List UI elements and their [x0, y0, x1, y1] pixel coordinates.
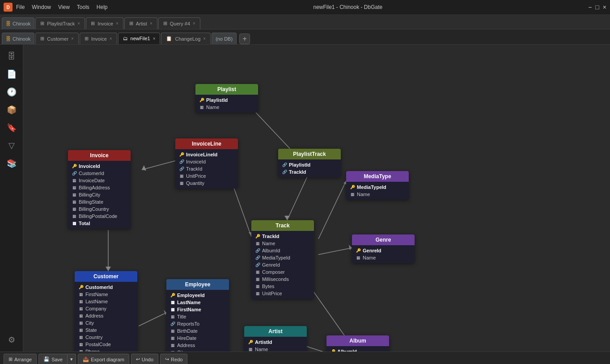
app-icon: D [4, 3, 13, 12]
table-genre-header: Genre [352, 234, 415, 245]
maximize-button[interactable]: □ [595, 4, 599, 11]
key-icon: 🔑 [255, 234, 260, 239]
table-genre[interactable]: Genre 🔑GenreId ▦Name [352, 234, 415, 263]
menu-file[interactable]: File [16, 4, 25, 10]
close-button[interactable]: × [603, 4, 606, 11]
tab-close[interactable]: × [150, 21, 152, 26]
table-row: 🔑AlbumId [326, 348, 389, 351]
field-icon: ▦ [78, 299, 84, 304]
tab-label: Customer [47, 36, 68, 42]
table-row: ▦City [75, 319, 137, 326]
sidebar-filter-icon[interactable]: ▽ [4, 138, 20, 154]
tab-close[interactable]: × [77, 21, 80, 26]
table-row: 🔗AlbumId [251, 247, 314, 254]
tab-playlisttrack[interactable]: ⊞ PlaylistTrack × [35, 17, 85, 29]
table-row: ▦InvoiceDate [68, 177, 131, 184]
table-playlist[interactable]: Playlist 🔑PlaylistId ▦Name [195, 84, 258, 113]
sidebar-settings-icon[interactable]: ⚙ [4, 332, 20, 348]
sidebar-file-icon[interactable]: 📄 [4, 66, 20, 82]
db-group-label-2: Chinook [13, 36, 30, 42]
tab-row-2: 🗄 Chinook ⊞ Customer × ⊞ Invoice × 🗂 new… [0, 29, 610, 45]
table-customer[interactable]: Customer 🔑CustomerId ▦FirstName ▦LastNam… [75, 271, 137, 351]
export-label: Export diagram [91, 357, 124, 362]
tab-close[interactable]: × [203, 36, 206, 41]
export-button[interactable]: 📤 Export diagram [78, 354, 129, 364]
sidebar: 🗄 📄 🕐 📦 🔖 ▽ 📚 ⚙ [0, 45, 23, 351]
redo-button[interactable]: ↪ Redo [160, 354, 187, 364]
sidebar-history-icon[interactable]: 🕐 [4, 84, 20, 100]
table-playlisttrack[interactable]: PlaylistTrack 🔗PlaylistId 🔗TrackId [278, 149, 341, 177]
table-album[interactable]: Album 🔑AlbumId ▦Title 🔗ArtistId [326, 335, 389, 351]
table-row: 🔗InvoiceId [175, 158, 238, 165]
table-invoiceline-header: InvoiceLine [175, 138, 238, 149]
add-tab-button[interactable]: + [239, 33, 250, 44]
arrange-button[interactable]: ⊞ Arrange [4, 354, 37, 364]
field-icon: ▦ [78, 320, 84, 326]
diagram-toolbar: ⊞ Arrange 💾 Save ▾ 📤 Export diagram ↩ Un… [0, 351, 610, 364]
table-track[interactable]: Track 🔑TrackId ▦Name 🔗AlbumId 🔗MediaType… [251, 220, 314, 299]
db-group-chinook-1: 🗄 Chinook [2, 17, 34, 29]
tab-invoice-2[interactable]: ⊞ Invoice × [80, 33, 117, 44]
menu-view[interactable]: View [58, 4, 70, 10]
table-row: ▦Company [75, 305, 137, 312]
table-invoice[interactable]: Invoice 🔑InvoiceId 🔗CustomerId ▦InvoiceD… [68, 150, 131, 229]
table-employee[interactable]: Employee 🔑EmployeeId ▦LastName ▦FirstNam… [166, 279, 229, 351]
sidebar-package-icon[interactable]: 📦 [4, 102, 20, 118]
link-icon: 🔗 [255, 262, 260, 268]
tab-label: PlaylistTrack [47, 21, 75, 26]
link-icon: 🔗 [179, 166, 184, 172]
tab-label: Invoice [97, 21, 113, 26]
tab-query4[interactable]: ⊞ Query #4 × [158, 17, 200, 29]
sidebar-layers-icon[interactable]: 📚 [4, 155, 20, 172]
svg-marker-7 [284, 216, 290, 220]
table-row: ▦BirthDate [166, 327, 229, 335]
table-row: ▦Milliseconds [251, 276, 314, 283]
menu-help[interactable]: Help [97, 4, 108, 10]
menu-tools[interactable]: Tools [77, 4, 89, 10]
tab-close[interactable]: × [110, 36, 112, 41]
table-row: 🔑ArtistId [244, 339, 307, 346]
tab-close[interactable]: × [153, 36, 156, 41]
table-invoice-header: Invoice [68, 150, 131, 161]
sidebar-bookmark-icon[interactable]: 🔖 [4, 120, 20, 136]
sidebar-db-icon[interactable]: 🗄 [4, 48, 20, 64]
tab-newfile1[interactable]: 🗂 newFile1 × [118, 33, 161, 44]
table-row: ▦BillingAddress [68, 184, 131, 191]
field-icon: ▦ [179, 173, 184, 179]
tab-close[interactable]: × [116, 21, 119, 26]
table-artist-body: 🔑ArtistId ▦Name [244, 337, 307, 351]
table-mediatype[interactable]: MediaType 🔑MediaTypeId ▦Name [346, 171, 409, 200]
minimize-button[interactable]: − [588, 4, 592, 11]
menu-window[interactable]: Window [32, 4, 51, 10]
tab-close[interactable]: × [71, 36, 74, 41]
table-genre-body: 🔑GenreId ▦Name [352, 245, 415, 263]
tab-icon: ⊞ [40, 21, 44, 26]
tab-close[interactable]: × [193, 21, 195, 26]
svg-line-6 [287, 172, 309, 220]
tab-artist[interactable]: ⊞ Artist × [124, 17, 157, 29]
menu-bar: File Window View Tools Help [16, 4, 108, 10]
save-button[interactable]: 💾 Save [38, 354, 68, 364]
tab-icon: ⊞ [40, 36, 44, 42]
tab-customer[interactable]: ⊞ Customer × [35, 33, 79, 44]
db-group-label-1: Chinook [13, 21, 30, 26]
tab-icon: ⊞ [163, 21, 167, 26]
tab-changelog[interactable]: 📋 ChangeLog × [161, 33, 211, 44]
tab-invoice-1[interactable]: ⊞ Invoice × [86, 17, 123, 29]
table-invoiceline[interactable]: InvoiceLine 🔑InvoiceLineId 🔗InvoiceId 🔗T… [175, 138, 238, 188]
table-artist[interactable]: Artist 🔑ArtistId ▦Name [244, 326, 307, 351]
table-employee-body: 🔑EmployeeId ▦LastName ▦FirstName ▦Title … [166, 290, 229, 351]
tab-icon: 🗂 [123, 36, 128, 41]
table-row: ▦Total [68, 220, 131, 227]
tab-label: Artist [136, 21, 147, 26]
link-icon: 🔗 [255, 255, 260, 260]
table-row: ▦FirstName [75, 291, 137, 298]
table-album-header: Album [326, 335, 389, 346]
table-mediatype-header: MediaType [346, 171, 409, 182]
table-row: ▦Title [166, 313, 229, 320]
undo-button[interactable]: ↩ Undo [131, 354, 158, 364]
field-icon: ▦ [170, 307, 175, 312]
save-dropdown-button[interactable]: ▾ [68, 354, 76, 364]
table-customer-body: 🔑CustomerId ▦FirstName ▦LastName ▦Compan… [75, 282, 137, 351]
undo-label: Undo [142, 357, 153, 362]
